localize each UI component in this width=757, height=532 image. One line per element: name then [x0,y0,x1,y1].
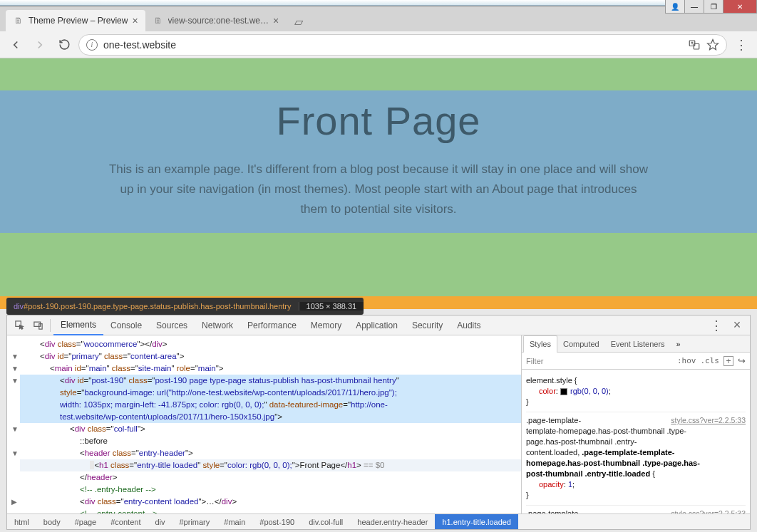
hover-toggle[interactable]: :hov [677,356,696,365]
url-text: one-test.website [103,39,682,51]
crumb[interactable]: div [148,514,172,530]
dom-tree[interactable]: <div class="woocommerce"></div> ▼<div id… [7,335,521,513]
styles-filter-bar: Filter :hov .cls + ↪ [522,353,750,370]
tooltip-dimensions: 1035 × 388.31 [299,302,364,311]
bookmark-star-icon[interactable] [706,38,719,51]
styles-tab-styles[interactable]: Styles [523,335,557,353]
new-tab-button[interactable]: ▱ [290,13,307,30]
devtools-tab-security[interactable]: Security [405,315,450,335]
close-tab-icon[interactable]: × [132,15,138,26]
tooltip-selector: #post-190.post-190.page.type-page.status… [24,302,291,311]
site-info-icon[interactable]: i [86,39,98,51]
translate-icon[interactable] [688,38,701,51]
devtools-tab-sources[interactable]: Sources [149,315,195,335]
styles-tab-listeners[interactable]: Event Listeners [605,335,671,353]
maximize-button[interactable]: ❐ [704,0,723,14]
devtools-tab-elements[interactable]: Elements [53,315,103,335]
address-bar[interactable]: i one-test.website [78,34,727,56]
browser-tab-active[interactable]: 🗎 Theme Preview – Preview × [6,10,145,31]
pin-icon[interactable]: ↪ [738,355,746,366]
stylesheet-link[interactable]: style.css?ver=2.2.5:33 [671,415,746,426]
rule-selector: element.style { [526,375,746,386]
styles-tab-bar: Styles Computed Event Listeners » [522,335,750,353]
tooltip-tag: div [14,302,24,311]
devtools-tab-audits[interactable]: Audits [450,315,488,335]
close-window-button[interactable]: ✕ [723,0,757,14]
tab-strip: 🗎 Theme Preview – Preview × 🗎 view-sourc… [0,6,757,31]
devtools-menu-button[interactable]: ⋮ [706,319,727,332]
styles-panel: Styles Computed Event Listeners » Filter… [522,335,750,513]
css-value: rgb(0, 0, 0) [570,387,609,395]
css-property: color [526,387,556,395]
css-value: 1 [568,480,572,489]
tab-label: view-source:one-test.we… [168,16,269,26]
elements-panel: <div class="woocommerce"></div> ▼<div id… [7,335,522,513]
inspect-tooltip: div#post-190.post-190.page.type-page.sta… [6,298,364,315]
browser-toolbar: i one-test.website ⋮ [0,31,757,58]
color-swatch[interactable] [560,388,567,395]
styles-filter-input[interactable]: Filter [526,357,673,365]
crumb[interactable]: #page [68,514,104,530]
close-tab-icon[interactable]: × [273,15,279,26]
svg-marker-2 [708,39,719,49]
devtools-close-button[interactable]: × [727,315,747,335]
styles-tab-more[interactable]: » [671,335,686,353]
crumb[interactable]: #post-190 [252,514,302,530]
crumb-active[interactable]: h1.entry-title.loaded [435,514,518,530]
crumb[interactable]: header.entry-header [350,514,435,530]
page-description: This is an example page. It's different … [108,160,649,219]
user-button[interactable]: 👤 [665,0,685,14]
class-toggle[interactable]: .cls [701,356,720,365]
devtools-tab-performance[interactable]: Performance [240,315,304,335]
crumb[interactable]: #main [217,514,252,530]
crumb[interactable]: html [7,514,36,530]
minimize-button[interactable]: — [684,0,704,14]
dom-breadcrumb: html body #page #content div #primary #m… [7,513,750,529]
forward-button[interactable] [30,35,50,55]
browser-tab[interactable]: 🗎 view-source:one-test.we… × [145,10,287,31]
devtools-tab-console[interactable]: Console [103,315,149,335]
crumb[interactable]: div.col-full [302,514,350,530]
device-toolbar-button[interactable] [29,316,47,335]
new-rule-button[interactable]: + [723,356,733,366]
tab-label: Theme Preview – Preview [29,16,128,26]
styles-tab-computed[interactable]: Computed [557,335,605,353]
reload-button[interactable] [54,35,74,55]
devtools-panel: Elements Console Sources Network Perform… [6,315,751,530]
devtools-tab-memory[interactable]: Memory [304,315,349,335]
inspect-element-button[interactable] [10,316,29,335]
crumb[interactable]: #primary [172,514,217,530]
browser-menu-button[interactable]: ⋮ [731,35,751,55]
devtools-tab-network[interactable]: Network [195,315,240,335]
css-property: opacity [526,480,564,489]
page-content: Front Page This is an example page. It's… [0,58,757,309]
page-icon: 🗎 [13,15,24,26]
crumb[interactable]: #content [103,514,148,530]
back-button[interactable] [6,35,26,55]
devtools-tab-bar: Elements Console Sources Network Perform… [7,315,750,335]
page-icon: 🗎 [153,15,164,26]
css-rules[interactable]: element.style { color: rgb(0, 0, 0); } s… [522,370,750,513]
page-heading: Front Page [0,98,757,144]
devtools-tab-application[interactable]: Application [349,315,405,335]
window-titlebar: 👤 — ❐ ✕ [0,0,757,6]
crumb[interactable]: body [36,514,68,530]
stylesheet-link[interactable]: style.css?ver=2.2.5:33 [671,508,746,513]
page-viewport: Front Page This is an example page. It's… [0,58,757,309]
